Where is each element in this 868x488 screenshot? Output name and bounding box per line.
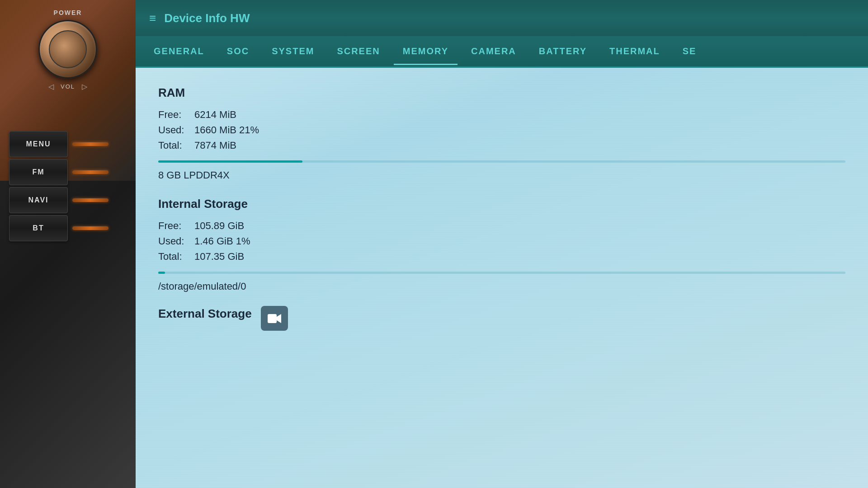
- internal-used-label: Used:: [158, 235, 194, 247]
- power-section: POWER ◁ VOL ▷: [23, 9, 113, 91]
- internal-used-value: 1.46 GiB 1%: [194, 235, 250, 247]
- bt-led: [72, 226, 108, 230]
- storage-path: /storage/emulated/0: [158, 281, 845, 292]
- internal-total-row: Total: 107.35 GiB: [158, 251, 845, 263]
- tab-camera[interactable]: CAMERA: [462, 42, 525, 60]
- ram-progress-track: [158, 160, 845, 163]
- internal-free-row: Free: 105.89 GiB: [158, 220, 845, 232]
- ram-progress-container: [158, 160, 845, 163]
- navi-led: [72, 198, 108, 202]
- internal-section-title: Internal Storage: [158, 197, 845, 211]
- ram-used-label: Used:: [158, 124, 194, 136]
- tab-general[interactable]: GENERAL: [145, 42, 213, 60]
- tab-memory[interactable]: MEMORY: [394, 42, 458, 60]
- ram-used-value: 1660 MiB 21%: [194, 124, 259, 136]
- tab-thermal[interactable]: THERMAL: [600, 42, 669, 60]
- nav-tabs: GENERAL SOC SYSTEM SCREEN MEMORY CAMERA …: [136, 36, 868, 68]
- menu-led: [72, 142, 108, 146]
- navi-button[interactable]: NAVI: [9, 187, 68, 213]
- internal-total-label: Total:: [158, 251, 194, 263]
- vol-label: VOL: [61, 83, 75, 90]
- menu-button-row: MENU: [0, 131, 136, 157]
- power-label: POWER: [23, 9, 113, 16]
- vol-left-arrow: ◁: [48, 82, 54, 91]
- content-area: RAM Free: 6214 MiB Used: 1660 MiB 21% To…: [136, 68, 868, 349]
- navi-button-row: NAVI: [0, 187, 136, 213]
- buttons-panel: MENU FM NAVI BT: [0, 131, 136, 243]
- top-bar: ≡ Device Info HW: [136, 0, 868, 36]
- ram-total-value: 7874 MiB: [194, 140, 236, 151]
- svg-marker-1: [277, 314, 281, 323]
- tab-system[interactable]: SYSTEM: [263, 42, 323, 60]
- main-screen: ≡ Device Info HW GENERAL SOC SYSTEM SCRE…: [136, 0, 868, 488]
- ram-section-title: RAM: [158, 86, 845, 100]
- internal-free-label: Free:: [158, 220, 194, 232]
- external-section-title: External Storage: [158, 307, 252, 321]
- ram-type: 8 GB LPDDR4X: [158, 169, 845, 181]
- internal-total-value: 107.35 GiB: [194, 251, 244, 263]
- bt-button[interactable]: BT: [9, 215, 68, 241]
- ram-free-label: Free:: [158, 109, 194, 121]
- app-title: Device Info HW: [164, 11, 250, 25]
- ram-free-value: 6214 MiB: [194, 109, 236, 121]
- ram-total-label: Total:: [158, 140, 194, 151]
- ram-progress-fill: [158, 160, 302, 163]
- internal-progress-fill: [158, 272, 165, 274]
- svg-rect-0: [268, 314, 277, 323]
- hardware-panel: POWER ◁ VOL ▷ MENU FM NAVI BT: [0, 0, 136, 488]
- ram-free-row: Free: 6214 MiB: [158, 109, 845, 121]
- fm-button[interactable]: FM: [9, 159, 68, 185]
- tab-se[interactable]: SE: [674, 42, 706, 60]
- external-storage-row: External Storage: [158, 306, 845, 331]
- internal-progress-track: [158, 272, 845, 274]
- ram-total-row: Total: 7874 MiB: [158, 140, 845, 151]
- internal-free-value: 105.89 GiB: [194, 220, 244, 232]
- video-icon: [261, 306, 288, 331]
- fm-led: [72, 170, 108, 174]
- power-knob[interactable]: [38, 20, 97, 79]
- tab-screen[interactable]: SCREEN: [328, 42, 389, 60]
- bt-button-row: BT: [0, 215, 136, 241]
- fm-button-row: FM: [0, 159, 136, 185]
- tab-soc[interactable]: SOC: [218, 42, 258, 60]
- internal-used-row: Used: 1.46 GiB 1%: [158, 235, 845, 247]
- tab-battery[interactable]: BATTERY: [530, 42, 596, 60]
- vol-section: ◁ VOL ▷: [23, 82, 113, 91]
- internal-progress-container: [158, 272, 845, 274]
- hamburger-icon[interactable]: ≡: [149, 11, 155, 25]
- ram-used-row: Used: 1660 MiB 21%: [158, 124, 845, 136]
- menu-button[interactable]: MENU: [9, 131, 68, 157]
- vol-right-arrow: ▷: [82, 82, 87, 91]
